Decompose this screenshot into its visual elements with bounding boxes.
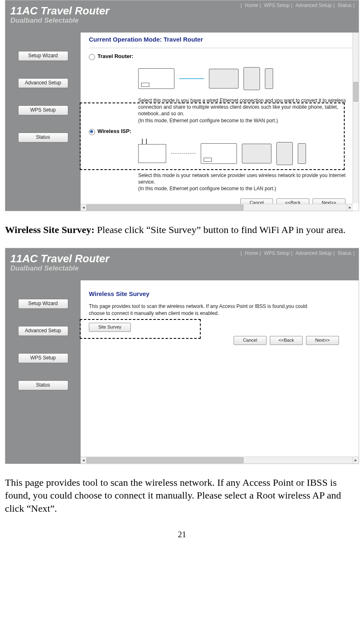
survey-description: This page provides tool to scan the wire… <box>89 303 311 317</box>
sidebar: Setup Wizard Advanced Setup WPS Setup St… <box>5 33 81 211</box>
tablet-icon <box>243 67 260 90</box>
sidebar-setup-wizard[interactable]: Setup Wizard <box>18 51 68 61</box>
screenshot-operation-mode: 11AC Travel Router Dualband Selectable |… <box>5 0 359 211</box>
topnav-status[interactable]: Status <box>338 2 352 8</box>
mode-wireless-isp-note: (In this mode, Ethernet port configure b… <box>138 185 355 192</box>
scrollbar-thumb[interactable] <box>86 205 243 210</box>
scrollbar-thumb[interactable] <box>86 457 243 463</box>
sidebar-advanced-setup[interactable]: Advanced Setup <box>18 326 68 336</box>
doc-paragraph-1: Wireless Site Survey: Please click “Site… <box>5 224 359 236</box>
topnav-advanced[interactable]: Advanced Setup <box>295 250 332 256</box>
mode-wireless-isp-row: Wireless ISP: <box>89 128 355 135</box>
page-title: Current Operation Mode: Travel Router <box>89 36 355 43</box>
sidebar-wps-setup[interactable]: WPS Setup <box>18 353 68 363</box>
topnav-status[interactable]: Status <box>338 250 352 256</box>
scroll-right-icon[interactable]: ► <box>352 457 359 464</box>
sidebar-status[interactable]: Status <box>18 133 68 142</box>
header-bar: 11AC Travel Router Dualband Selectable |… <box>5 0 359 33</box>
horizontal-scrollbar[interactable]: ◄ ► <box>81 457 359 464</box>
site-survey-button[interactable]: Site Survey <box>89 323 131 332</box>
laptop-icon <box>209 69 239 89</box>
doc-paragraph-2: This page provides tool to scan the wire… <box>5 476 359 515</box>
mode-wireless-isp-desc: Select this mode is your network service… <box>138 172 355 185</box>
topnav-wps[interactable]: WPS Setup <box>264 250 290 256</box>
sidebar-wps-setup[interactable]: WPS Setup <box>18 105 68 115</box>
page-title: Wireless Site Survey <box>89 290 355 297</box>
wireless-line <box>171 153 196 154</box>
mode-travel-router-row: Travel Router: <box>89 53 355 60</box>
page-number: 21 <box>5 530 359 539</box>
header-bar: 11AC Travel Router Dualband Selectable |… <box>5 248 359 280</box>
mode-travel-router-note: (In this mode, Ethernet port configure b… <box>138 117 355 124</box>
laptop-icon <box>242 144 271 163</box>
tablet-icon <box>276 142 293 165</box>
topnav-advanced[interactable]: Advanced Setup <box>295 2 332 8</box>
brand-subtitle: Dualband Selectable <box>10 264 354 273</box>
sidebar-advanced-setup[interactable]: Advanced Setup <box>18 78 68 88</box>
sidebar: Setup Wizard Advanced Setup WPS Setup St… <box>5 280 81 464</box>
sidebar-status[interactable]: Status <box>18 380 68 390</box>
radio-wireless-isp[interactable] <box>89 129 95 135</box>
connection-line <box>179 78 204 79</box>
phone-icon <box>298 143 306 164</box>
phone-icon <box>265 68 273 89</box>
content-pane: Wireless Site Survey This page provides … <box>81 280 359 464</box>
router-icon <box>138 68 174 89</box>
doc-paragraph-1-rest: Please click “Site Survey” button to fin… <box>97 224 345 235</box>
topnav-home[interactable]: Home <box>245 2 258 8</box>
mode-wireless-isp-label: Wireless ISP: <box>97 128 139 134</box>
scrollbar-thumb[interactable] <box>353 82 358 102</box>
topnav-home[interactable]: Home <box>245 250 258 256</box>
back-button[interactable]: <<Back <box>270 336 303 345</box>
screenshot-site-survey: 11AC Travel Router Dualband Selectable |… <box>5 248 359 464</box>
ap-icon <box>138 144 166 163</box>
mode-travel-router-label: Travel Router: <box>97 53 139 59</box>
wizard-buttons: Cancel <<Back Next>> <box>89 336 339 345</box>
next-button[interactable]: Next>> <box>306 336 339 345</box>
topnav-wps[interactable]: WPS Setup <box>264 2 290 8</box>
cancel-button[interactable]: Cancel <box>234 336 267 345</box>
radio-travel-router[interactable] <box>89 54 95 60</box>
scroll-right-icon[interactable]: ► <box>347 204 353 211</box>
scroll-left-icon[interactable]: ◄ <box>81 204 87 211</box>
diagram-travel-router <box>138 63 355 95</box>
top-nav: | Home| WPS Setup| Advanced Setup| Statu… <box>240 2 355 8</box>
diagram-wireless-isp <box>138 138 355 170</box>
vertical-scrollbar[interactable] <box>352 33 359 203</box>
brand-subtitle: Dualband Selectable <box>10 16 354 25</box>
doc-paragraph-1-bold: Wireless Site Survey: <box>5 224 97 235</box>
scroll-left-icon[interactable]: ◄ <box>81 457 87 464</box>
top-nav: | Home| WPS Setup| Advanced Setup| Statu… <box>240 250 355 256</box>
router-icon <box>201 143 237 164</box>
horizontal-scrollbar[interactable]: ◄ ► <box>81 204 353 211</box>
divider <box>89 48 355 48</box>
sidebar-setup-wizard[interactable]: Setup Wizard <box>18 299 68 309</box>
content-pane: Current Operation Mode: Travel Router Tr… <box>81 33 359 211</box>
mode-travel-router-desc: Select this mode is you have a wired Eth… <box>138 97 355 117</box>
